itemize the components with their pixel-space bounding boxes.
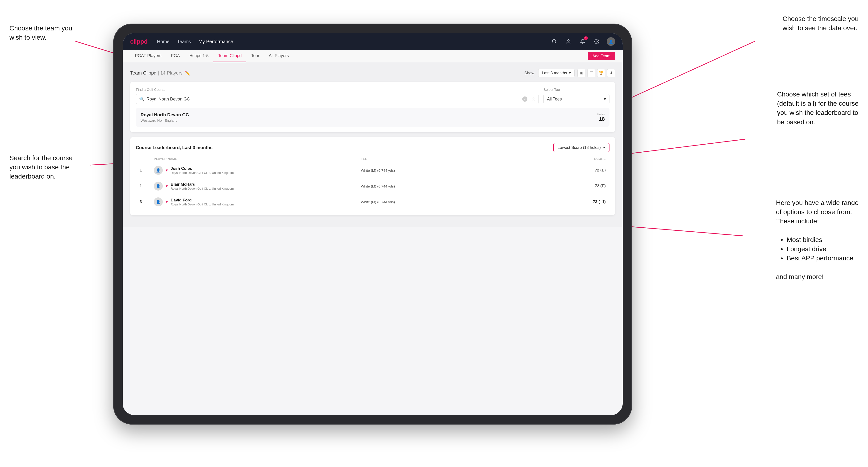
avatar-3: 👤 bbox=[154, 197, 163, 206]
nav-avatar[interactable]: 👤 bbox=[607, 37, 615, 46]
col-rank bbox=[140, 157, 154, 161]
player-name-3: David Ford bbox=[171, 198, 234, 203]
find-course-label: Find a Golf Course bbox=[136, 88, 539, 92]
player-details-1: Josh Coles Royal North Devon Golf Club, … bbox=[171, 166, 234, 175]
player-rows: 1 👤 ♥ Josh Coles Royal North Devon Golf … bbox=[136, 162, 610, 210]
tee-chevron-icon: ▾ bbox=[604, 96, 606, 102]
team-header: Team Clippd | 14 Players ✏️ Show: Last 3… bbox=[130, 69, 615, 77]
player-score-1: 72 (E) bbox=[568, 168, 606, 173]
table-row[interactable]: 1 👤 ♥ Blair McHarg Royal North Devon Gol… bbox=[136, 178, 610, 194]
annotation-mid-left: Search for the courseyou wish to base th… bbox=[9, 153, 73, 181]
player-rank-2: 1 bbox=[140, 184, 154, 188]
tee-value: All Tees bbox=[547, 97, 562, 102]
download-icon[interactable]: ⬇ bbox=[607, 69, 615, 77]
svg-line-7 bbox=[555, 42, 556, 43]
heart-icon-2[interactable]: ♥ bbox=[165, 184, 168, 188]
svg-point-6 bbox=[552, 40, 556, 43]
heart-icon-3[interactable]: ♥ bbox=[165, 200, 168, 204]
player-score-2: 72 (E) bbox=[568, 184, 606, 188]
player-tee-3: White (M) (6,744 yds) bbox=[361, 200, 568, 204]
player-club-3: Royal North Devon Golf Club, United King… bbox=[171, 203, 234, 206]
leaderboard-title: Course Leaderboard, Last 3 months bbox=[136, 145, 213, 150]
annotation-right-tee: Choose which set of tees(default is all)… bbox=[777, 90, 859, 127]
sub-nav-hcaps[interactable]: Hcaps 1-5 bbox=[184, 50, 213, 62]
course-result: Royal North Devon GC Westward Hol, Engla… bbox=[136, 108, 610, 127]
svg-point-8 bbox=[567, 40, 569, 41]
show-value: Last 3 months bbox=[542, 71, 567, 75]
team-title: Team Clippd | 14 Players bbox=[130, 70, 183, 76]
player-info-3: 👤 ♥ David Ford Royal North Devon Golf Cl… bbox=[154, 197, 361, 206]
player-info-2: 👤 ♥ Blair McHarg Royal North Devon Golf … bbox=[154, 182, 361, 191]
player-details-3: David Ford Royal North Devon Golf Club, … bbox=[171, 198, 234, 206]
select-tee-label: Select Tee bbox=[544, 88, 610, 92]
col-player: PLAYER NAME bbox=[154, 157, 361, 161]
tablet-frame: clippd Home Teams My Performance bbox=[113, 24, 632, 425]
rank-number-1: 1 bbox=[140, 168, 142, 173]
player-name-2: Blair McHarg bbox=[171, 182, 234, 187]
player-tee-2: White (M) (6,744 yds) bbox=[361, 184, 568, 188]
top-nav: clippd Home Teams My Performance bbox=[123, 33, 623, 50]
nav-link-teams[interactable]: Teams bbox=[177, 39, 191, 44]
search-clear-button[interactable]: × bbox=[522, 96, 527, 102]
star-icon[interactable]: ☆ bbox=[532, 96, 535, 102]
sub-nav: PGAT Players PGA Hcaps 1-5 Team Clippd T… bbox=[123, 50, 623, 62]
holes-label: Holes bbox=[597, 113, 605, 116]
heart-icon-1[interactable]: ♥ bbox=[165, 168, 168, 173]
player-club-2: Royal North Devon Golf Club, United King… bbox=[171, 187, 234, 190]
annotation-bottom-right: Here you have a wide rangeof options to … bbox=[776, 198, 859, 281]
player-tee-1: White (M) (6,744 yds) bbox=[361, 168, 568, 173]
player-club-1: Royal North Devon Golf Club, United King… bbox=[171, 171, 234, 175]
score-dropdown[interactable]: Lowest Score (18 holes) ▾ bbox=[553, 143, 610, 152]
edit-icon[interactable]: ✏️ bbox=[185, 70, 190, 76]
score-chevron-icon: ▾ bbox=[603, 145, 605, 150]
player-info-1: 👤 ♥ Josh Coles Royal North Devon Golf Cl… bbox=[154, 166, 361, 175]
sub-nav-pgat[interactable]: PGAT Players bbox=[130, 50, 166, 62]
chevron-down-icon: ▾ bbox=[569, 70, 571, 75]
player-count: | 14 Players bbox=[158, 70, 183, 75]
svg-point-9 bbox=[596, 41, 597, 42]
settings-icon[interactable] bbox=[592, 37, 601, 46]
course-holes: Holes 18 bbox=[597, 113, 605, 122]
user-icon[interactable] bbox=[564, 37, 573, 46]
rank-number-3: 3 bbox=[140, 199, 142, 204]
col-score: SCORE bbox=[568, 157, 606, 161]
nav-logo: clippd bbox=[130, 38, 148, 45]
course-location: Westward Hol, England bbox=[141, 118, 189, 122]
sub-nav-tour[interactable]: Tour bbox=[246, 50, 264, 62]
select-tee-wrap: Select Tee All Tees ▾ bbox=[544, 88, 610, 104]
course-info: Royal North Devon GC Westward Hol, Engla… bbox=[141, 112, 189, 122]
show-dropdown[interactable]: Last 3 months ▾ bbox=[538, 69, 575, 77]
player-rank-3: 3 bbox=[140, 199, 154, 204]
show-label: Show: bbox=[524, 71, 535, 75]
course-name: Royal North Devon GC bbox=[141, 112, 189, 118]
sub-nav-pga[interactable]: PGA bbox=[166, 50, 184, 62]
col-tee: TEE bbox=[361, 157, 568, 161]
trophy-icon[interactable]: 🏆 bbox=[597, 69, 605, 77]
search-icon-inner: 🔍 bbox=[139, 96, 144, 102]
annotation-top-left: Choose the team youwish to view. bbox=[9, 24, 72, 42]
player-name-1: Josh Coles bbox=[171, 166, 234, 171]
bell-icon[interactable]: 1 bbox=[578, 37, 587, 46]
search-icon[interactable] bbox=[550, 37, 559, 46]
holes-value: 18 bbox=[597, 116, 605, 122]
tee-dropdown[interactable]: All Tees ▾ bbox=[544, 94, 610, 104]
leaderboard-header: Course Leaderboard, Last 3 months Lowest… bbox=[136, 143, 610, 152]
table-header: PLAYER NAME TEE SCORE bbox=[136, 157, 610, 161]
leaderboard-card: Course Leaderboard, Last 3 months Lowest… bbox=[130, 137, 615, 215]
avatar-2: 👤 bbox=[154, 182, 163, 191]
grid-view-button[interactable]: ⊞ bbox=[578, 69, 585, 77]
add-team-button[interactable]: Add Team bbox=[588, 52, 615, 60]
search-input-wrap: 🔍 × ☆ bbox=[136, 94, 539, 104]
list-view-button[interactable]: ☰ bbox=[587, 69, 595, 77]
sub-nav-all-players[interactable]: All Players bbox=[264, 50, 294, 62]
player-details-2: Blair McHarg Royal North Devon Golf Club… bbox=[171, 182, 234, 190]
tablet-screen: clippd Home Teams My Performance bbox=[123, 33, 623, 415]
table-row[interactable]: 1 👤 ♥ Josh Coles Royal North Devon Golf … bbox=[136, 162, 610, 178]
course-search-input[interactable] bbox=[136, 94, 539, 104]
sub-nav-team-clippd[interactable]: Team Clippd bbox=[213, 50, 246, 62]
nav-icons: 1 👤 bbox=[550, 37, 615, 46]
bell-badge: 1 bbox=[584, 36, 588, 40]
nav-link-home[interactable]: Home bbox=[157, 39, 169, 44]
nav-link-my-performance[interactable]: My Performance bbox=[198, 39, 233, 44]
table-row[interactable]: 3 👤 ♥ David Ford Royal North Devon Golf … bbox=[136, 194, 610, 210]
